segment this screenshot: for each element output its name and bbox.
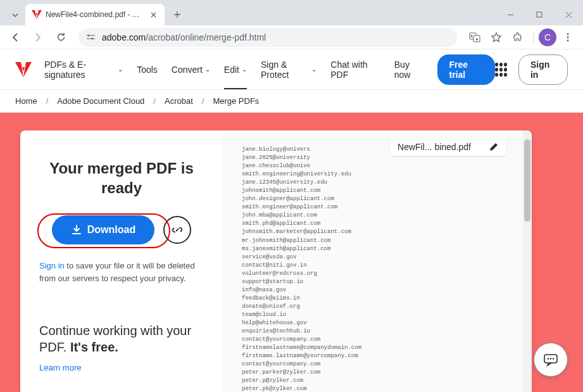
window-close[interactable] — [554, 4, 583, 25]
chevron-down-icon: ⌄ — [205, 66, 210, 73]
nav-item-chat-with-pdf[interactable]: Chat with PDF — [330, 49, 380, 89]
translate-button[interactable] — [465, 27, 485, 47]
url-bar[interactable]: adobe.com/acrobat/online/merge-pdf.html — [78, 28, 457, 47]
svg-point-10 — [550, 358, 551, 359]
svg-point-6 — [567, 36, 569, 38]
download-icon — [71, 224, 82, 236]
scrollbar-thumb[interactable] — [524, 139, 530, 222]
url-text: adobe.com/acrobat/online/merge-pdf.html — [102, 32, 266, 42]
bookmark-button[interactable] — [486, 27, 506, 47]
svg-point-7 — [567, 39, 569, 41]
nav-back-button[interactable] — [5, 27, 25, 47]
browser-toolbar: adobe.com/acrobat/online/merge-pdf.html … — [0, 25, 583, 49]
filename-label[interactable]: NewFil... bined.pdf — [390, 138, 506, 156]
adobe-favicon — [32, 9, 42, 20]
window-maximize[interactable] — [525, 4, 554, 25]
adobe-logo[interactable] — [15, 62, 32, 77]
site-settings-icon — [86, 32, 96, 42]
kebab-icon — [563, 32, 573, 42]
toolbar-divider — [533, 32, 534, 43]
chat-icon — [542, 351, 559, 368]
breadcrumb-merge-pdfs[interactable]: Merge PDFs — [213, 96, 259, 106]
browser-menu-button[interactable] — [558, 27, 578, 47]
apps-launcher[interactable] — [495, 63, 507, 77]
nav-forward-button[interactable] — [28, 27, 48, 47]
preview-panel: NewFil... bined.pdf jane.biology@univers… — [223, 130, 532, 392]
arrow-right-icon — [32, 32, 44, 43]
breadcrumb-home[interactable]: Home — [15, 96, 37, 106]
window-minimize[interactable] — [496, 4, 525, 25]
browser-tab-strip: NewFile4-combined.pdf - Adob — [0, 0, 583, 25]
nav-item-edit[interactable]: Edit⌄ — [224, 49, 247, 89]
svg-rect-0 — [537, 12, 542, 17]
adobe-header: PDFs & E-signatures⌄ToolsConvert⌄Edit⌄Si… — [0, 49, 583, 90]
link-icon — [171, 224, 184, 236]
svg-point-11 — [553, 358, 554, 359]
puzzle-icon — [513, 32, 523, 42]
left-panel: Your merged PDF is ready Download Sign i… — [20, 130, 223, 392]
download-button[interactable]: Download — [52, 215, 154, 244]
arrow-left-icon — [9, 32, 21, 43]
sign-in-button[interactable]: Sign in — [518, 54, 568, 85]
learn-more-link[interactable]: Learn more — [39, 363, 81, 372]
nav-item-convert[interactable]: Convert⌄ — [172, 49, 210, 89]
continue-heading: Continue working with your PDF. It's fre… — [39, 322, 204, 355]
tab-close-button[interactable] — [148, 9, 158, 20]
share-link-button[interactable] — [163, 216, 191, 244]
plus-icon — [173, 11, 181, 18]
breadcrumb: Home/Adobe Document Cloud/Acrobat/Merge … — [0, 90, 583, 113]
svg-point-5 — [567, 33, 569, 35]
result-card: Your merged PDF is ready Download Sign i… — [20, 130, 532, 392]
nav-item-pdfs-e-signatures[interactable]: PDFs & E-signatures⌄ — [44, 49, 123, 89]
new-tab-button[interactable] — [168, 6, 186, 23]
nav-reload-button[interactable] — [51, 27, 71, 47]
preview-scrollbar[interactable] — [523, 130, 532, 392]
translate-icon — [469, 32, 480, 43]
edit-icon — [489, 142, 499, 152]
reload-icon — [56, 32, 66, 42]
chevron-down-icon — [11, 11, 19, 19]
minimize-icon — [507, 11, 514, 18]
chat-button[interactable] — [534, 343, 568, 377]
breadcrumb-acrobat[interactable]: Acrobat — [165, 96, 193, 106]
nav-item-sign-protect[interactable]: Sign & Protect⌄ — [261, 49, 317, 89]
chevron-down-icon: ⌄ — [118, 66, 123, 73]
maximize-icon — [536, 11, 542, 18]
nav-item-tools[interactable]: Tools — [137, 49, 158, 89]
close-icon — [151, 12, 156, 18]
profile-avatar[interactable]: C — [539, 28, 556, 46]
chevron-down-icon: ⌄ — [311, 66, 317, 73]
svg-point-9 — [548, 358, 549, 359]
signin-link[interactable]: Sign in — [39, 261, 65, 270]
pdf-preview-text: jane.biology@univers jane.2025@universit… — [242, 146, 510, 392]
tab-search-dropdown[interactable] — [5, 5, 25, 25]
result-title: Your merged PDF is ready — [39, 158, 204, 198]
nav-item-buy-now[interactable]: Buy now — [394, 49, 424, 89]
chevron-down-icon: ⌄ — [242, 66, 247, 73]
extensions-button[interactable] — [508, 27, 528, 47]
star-icon — [491, 32, 502, 43]
breadcrumb-adobe-document-cloud[interactable]: Adobe Document Cloud — [57, 96, 144, 106]
tab-title: NewFile4-combined.pdf - Adob — [46, 10, 144, 19]
main-content: Your merged PDF is ready Download Sign i… — [0, 113, 583, 392]
browser-tab-active[interactable]: NewFile4-combined.pdf - Adob — [25, 4, 165, 25]
free-trial-button[interactable]: Free trial — [437, 54, 495, 85]
close-icon — [565, 11, 572, 18]
window-controls — [496, 4, 583, 25]
signin-note: Sign in to save your file or it will be … — [39, 260, 204, 284]
